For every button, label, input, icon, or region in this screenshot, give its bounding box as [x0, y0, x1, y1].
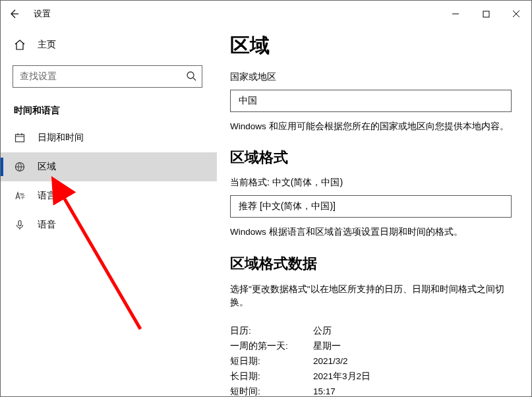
- sidebar-item-language[interactable]: 字 语言: [1, 181, 217, 210]
- globe-icon: [14, 162, 26, 172]
- country-desc: Windows 和应用可能会根据您所在的国家或地区向您提供本地内容。: [230, 120, 512, 133]
- close-icon: [512, 10, 520, 18]
- row-val: 2021/3/2: [313, 354, 348, 369]
- country-value: 中国: [239, 95, 257, 107]
- country-select[interactable]: 中国: [230, 90, 512, 112]
- format-desc: Windows 根据语言和区域首选项设置日期和时间的格式。: [230, 226, 512, 239]
- row-val: 星期一: [313, 339, 341, 354]
- svg-rect-0: [483, 11, 489, 17]
- country-label: 国家或地区: [230, 71, 512, 83]
- home-icon: [14, 39, 26, 51]
- row-key: 长日期:: [230, 369, 313, 384]
- svg-rect-5: [18, 221, 21, 226]
- sidebar-item-speech[interactable]: 语音: [1, 210, 217, 239]
- titlebar: 设置: [1, 1, 531, 27]
- microphone-icon: [14, 220, 26, 230]
- maximize-button[interactable]: [471, 3, 501, 24]
- minimize-button[interactable]: [440, 3, 471, 24]
- search-placeholder: 查找设置: [20, 71, 57, 82]
- home-label: 主页: [38, 39, 56, 51]
- row-val: 公历: [313, 324, 332, 339]
- language-icon: 字: [14, 191, 26, 201]
- sidebar-item-region[interactable]: 区域: [1, 152, 217, 181]
- back-button[interactable]: [1, 1, 27, 27]
- window-title: 设置: [27, 8, 51, 20]
- format-select[interactable]: 推荐 [中文(简体，中国)]: [230, 195, 512, 218]
- svg-point-1: [187, 72, 194, 78]
- table-row: 短日期:2021/3/2: [230, 354, 512, 369]
- sidebar-item-label: 语言: [38, 190, 56, 202]
- row-key: 短时间:: [230, 384, 313, 396]
- table-row: 短时间:15:17: [230, 384, 512, 396]
- sidebar-item-datetime[interactable]: 日期和时间: [1, 123, 217, 152]
- row-key: 一周的第一天:: [230, 339, 313, 354]
- row-val: 2021年3月2日: [313, 369, 370, 384]
- window-controls: [440, 3, 531, 24]
- sidebar-item-label: 语音: [38, 219, 56, 231]
- search-wrapper: 查找设置: [1, 65, 217, 93]
- settings-window: 设置 主页 查找设置: [0, 0, 532, 397]
- data-section-title: 区域格式数据: [230, 254, 512, 274]
- row-val: 15:17: [313, 384, 336, 396]
- search-icon: [186, 71, 196, 83]
- search-input[interactable]: 查找设置: [13, 65, 202, 88]
- row-key: 日历:: [230, 324, 313, 339]
- body: 主页 查找设置 时间和语言 日期和时间: [1, 27, 531, 396]
- current-format-label: 当前格式: 中文(简体，中国): [230, 177, 512, 189]
- sidebar: 主页 查找设置 时间和语言 日期和时间: [1, 27, 217, 396]
- format-value: 推荐 [中文(简体，中国)]: [239, 200, 336, 212]
- sidebar-section-label: 时间和语言: [1, 93, 217, 123]
- sidebar-item-label: 日期和时间: [38, 132, 84, 144]
- svg-text:字: 字: [20, 195, 25, 199]
- home-button[interactable]: 主页: [1, 39, 217, 65]
- close-button[interactable]: [501, 3, 531, 24]
- calendar-icon: [14, 133, 26, 143]
- row-key: 短日期:: [230, 354, 313, 369]
- format-data-table: 日历:公历 一周的第一天:星期一 短日期:2021/3/2 长日期:2021年3…: [230, 324, 512, 396]
- data-desc: 选择"更改数据格式"以在地区所支持的日历、日期和时间格式之间切换。: [230, 283, 512, 310]
- minimize-icon: [452, 10, 459, 18]
- table-row: 长日期:2021年3月2日: [230, 369, 512, 384]
- arrow-left-icon: [9, 9, 19, 19]
- main-content: 区域 国家或地区 中国 Windows 和应用可能会根据您所在的国家或地区向您提…: [217, 27, 531, 396]
- maximize-icon: [483, 11, 490, 18]
- format-section-title: 区域格式: [230, 148, 512, 168]
- table-row: 日历:公历: [230, 324, 512, 339]
- page-title: 区域: [230, 32, 512, 59]
- sidebar-item-label: 区域: [38, 161, 56, 173]
- table-row: 一周的第一天:星期一: [230, 339, 512, 354]
- svg-rect-2: [16, 135, 24, 142]
